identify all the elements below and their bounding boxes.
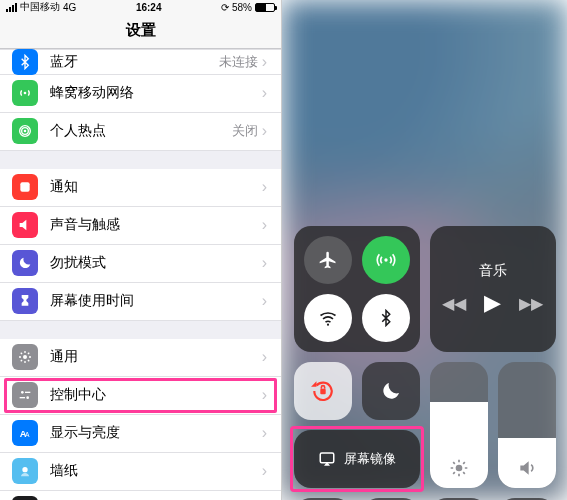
settings-list: 蓝牙未连接›蜂窝移动网络›个人热点关闭› 通知›声音与触感›勿扰模式›屏幕使用时… — [0, 49, 281, 500]
svg-point-6 — [21, 391, 24, 394]
svg-line-25 — [453, 472, 455, 474]
volume-icon — [517, 458, 537, 478]
svg-point-8 — [26, 396, 29, 399]
screen-mirroring-button[interactable]: 屏幕镜像 — [294, 430, 420, 488]
settings-row-screentime[interactable]: 屏幕使用时间› — [0, 283, 281, 321]
row-label: 通用 — [50, 348, 262, 366]
settings-row-notifications[interactable]: 通知› — [0, 169, 281, 207]
battery-icon — [255, 3, 275, 12]
settings-row-control[interactable]: 控制中心› — [0, 377, 281, 415]
orientation-lock-icon — [310, 378, 336, 404]
chevron-right-icon: › — [262, 348, 267, 366]
row-label: 控制中心 — [50, 386, 262, 404]
wifi-toggle[interactable] — [304, 294, 352, 342]
airplane-toggle[interactable] — [304, 236, 352, 284]
svg-line-23 — [453, 462, 455, 464]
general-icon — [12, 344, 38, 370]
svg-point-0 — [24, 92, 27, 95]
orientation-lock-toggle[interactable] — [294, 362, 352, 420]
control-icon — [12, 382, 38, 408]
row-label: 蓝牙 — [50, 53, 219, 71]
cellular-data-toggle[interactable] — [362, 236, 410, 284]
row-label: 墙纸 — [50, 462, 262, 480]
connectivity-module — [294, 226, 420, 352]
moon-icon — [379, 379, 403, 403]
settings-app: 中国移动 4G 16:24 ⟳ 58% 设置 蓝牙未连接›蜂窝移动网络›个人热点… — [0, 0, 282, 500]
screen-mirroring-icon — [318, 450, 336, 468]
row-label: 个人热点 — [50, 122, 232, 140]
cellular-data-icon — [376, 250, 396, 270]
row-value: 未连接 — [219, 53, 258, 71]
row-value: 关闭 — [232, 122, 258, 140]
sync-icon: ⟳ — [221, 2, 229, 13]
svg-rect-4 — [20, 182, 29, 191]
next-track-icon[interactable]: ▶▶ — [519, 294, 543, 313]
play-icon[interactable]: ▶ — [484, 290, 501, 316]
bluetooth-toggle[interactable] — [362, 294, 410, 342]
svg-point-16 — [326, 324, 328, 326]
chevron-right-icon: › — [262, 386, 267, 404]
settings-row-general[interactable]: 通用› — [0, 339, 281, 377]
svg-rect-27 — [320, 453, 334, 463]
screen-mirroring-label: 屏幕镜像 — [344, 450, 396, 468]
carrier-label: 中国移动 — [20, 0, 60, 14]
chevron-right-icon: › — [262, 84, 267, 102]
music-module[interactable]: 音乐 ◀◀ ▶ ▶▶ — [430, 226, 556, 352]
settings-row-bluetooth[interactable]: 蓝牙未连接› — [0, 49, 281, 75]
svg-point-12 — [22, 467, 27, 472]
notifications-icon — [12, 174, 38, 200]
row-label: 蜂窝移动网络 — [50, 84, 262, 102]
brightness-icon — [449, 458, 469, 478]
screentime-icon — [12, 288, 38, 314]
wifi-icon — [318, 308, 338, 328]
chevron-right-icon: › — [262, 462, 267, 480]
settings-row-wallpaper[interactable]: 墙纸› — [0, 453, 281, 491]
hotspot-icon — [12, 118, 38, 144]
svg-text:A: A — [25, 431, 30, 438]
settings-row-hotspot[interactable]: 个人热点关闭› — [0, 113, 281, 151]
row-label: 声音与触感 — [50, 216, 262, 234]
settings-row-cellular[interactable]: 蜂窝移动网络› — [0, 75, 281, 113]
chevron-right-icon: › — [262, 178, 267, 196]
control-center: 音乐 ◀◀ ▶ ▶▶ — [282, 214, 567, 500]
volume-slider[interactable] — [498, 362, 556, 488]
row-label: 通知 — [50, 178, 262, 196]
svg-point-18 — [455, 465, 462, 472]
bluetooth-icon — [377, 309, 395, 327]
music-title: 音乐 — [479, 262, 507, 280]
airplane-icon — [318, 250, 338, 270]
chevron-right-icon: › — [262, 122, 267, 140]
brightness-slider[interactable] — [430, 362, 488, 488]
chevron-right-icon: › — [262, 424, 267, 442]
display-icon: AA — [12, 420, 38, 446]
page-title: 设置 — [0, 15, 281, 49]
row-label: 勿扰模式 — [50, 254, 262, 272]
do-not-disturb-toggle[interactable] — [362, 362, 420, 420]
chevron-right-icon: › — [262, 292, 267, 310]
prev-track-icon[interactable]: ◀◀ — [442, 294, 466, 313]
status-bar: 中国移动 4G 16:24 ⟳ 58% — [0, 0, 281, 15]
bluetooth-icon — [12, 49, 38, 75]
settings-row-dnd[interactable]: 勿扰模式› — [0, 245, 281, 283]
clock-label: 16:24 — [76, 2, 221, 13]
row-label: 显示与亮度 — [50, 424, 262, 442]
chevron-right-icon: › — [262, 254, 267, 272]
chevron-right-icon: › — [262, 216, 267, 234]
settings-row-sounds[interactable]: 声音与触感› — [0, 207, 281, 245]
sounds-icon — [12, 212, 38, 238]
siri-icon — [12, 496, 38, 500]
chevron-right-icon: › — [262, 53, 267, 71]
svg-point-1 — [24, 130, 27, 133]
dnd-icon — [12, 250, 38, 276]
control-center-screenshot: 音乐 ◀◀ ▶ ▶▶ — [282, 0, 567, 500]
svg-line-24 — [463, 472, 465, 474]
wallpaper-icon — [12, 458, 38, 484]
network-label: 4G — [63, 2, 76, 13]
svg-point-5 — [23, 355, 27, 359]
settings-row-siri[interactable]: Siri 与搜索› — [0, 491, 281, 500]
settings-row-display[interactable]: AA显示与亮度› — [0, 415, 281, 453]
row-label: 屏幕使用时间 — [50, 292, 262, 310]
svg-point-15 — [384, 258, 387, 261]
svg-line-26 — [463, 462, 465, 464]
svg-rect-17 — [320, 389, 325, 394]
